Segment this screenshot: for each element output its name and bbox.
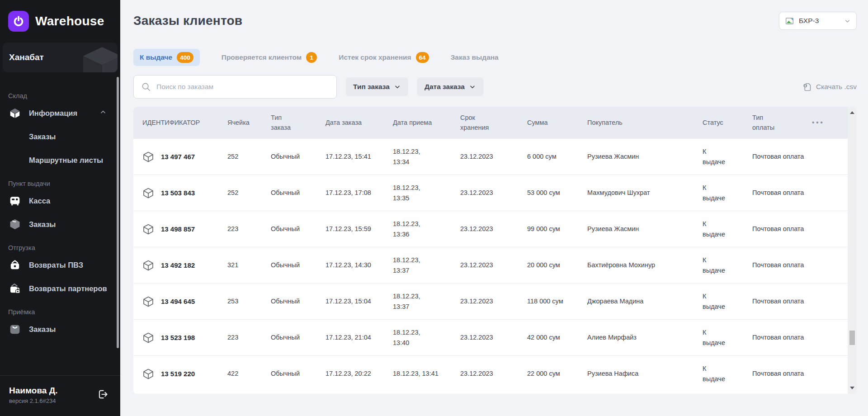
sidebar-item-label: Информация [29,109,77,118]
tab-badge: 400 [177,52,193,63]
col-accept-date: Дата приема [393,118,460,128]
return-box-icon [8,259,22,271]
logout-icon[interactable] [97,388,108,402]
table-scrollbar[interactable] [848,107,857,394]
order-id: 13 498 857 [161,224,195,234]
tab-checked-by-client[interactable]: Проверяется клиентом 1 [222,52,317,63]
buyer-name: Джораева Мадина [587,296,703,306]
cell-number: 422 [227,369,271,378]
parcel-cube-icon [142,260,154,271]
cube-icon [8,107,22,119]
sidebar-item-returns-pvz[interactable]: Возвраты ПВЗ [8,253,120,277]
order-date-filter[interactable]: Дата заказа [417,77,483,96]
sidebar-item-returns-partners[interactable]: Возвраты партнеров [8,277,120,300]
chevron-up-icon [99,109,107,118]
sidebar-subitem-route-sheets[interactable]: Маршрутные листы [8,148,120,172]
sidebar-subitem-label: Маршрутные листы [29,156,103,165]
table-row[interactable]: 13 497 467 252 Обычный 17.12.23, 15:41 1… [133,138,848,175]
payment-type: Почтовая оплата [752,332,812,342]
sidebar-subitem-orders[interactable]: Заказы [8,125,120,148]
table-row[interactable]: 13 523 198 223 Обычный 17.12.23, 21:04 1… [133,319,848,355]
buyer-name: Алиев Мирфайз [587,332,703,342]
cell-number: 252 [227,151,271,161]
col-buyer: Покупатель [587,118,703,128]
status-label: К выдаче [703,364,735,384]
order-sum: 20 000 сум [527,260,587,270]
storage-deadline: 23.12.2023 [460,296,527,306]
sidebar-item-pickup-orders[interactable]: Заказы [8,213,120,236]
app-version: версия 2.1.6#234 [9,397,57,404]
search-input[interactable] [156,83,329,91]
col-order-date: Дата заказа [326,118,393,128]
main-content: Заказы клиентов БХР-3 К выдаче 400 Прове… [120,0,868,416]
chevron-down-icon [394,83,401,90]
sidebar-item-information[interactable]: Информация [8,101,120,125]
scroll-down-arrow[interactable] [850,387,854,389]
parcel-cube-icon [142,223,154,235]
accept-date: 18.12.23, 13:34 [393,147,460,167]
scroll-up-arrow[interactable] [850,111,854,114]
accept-date: 18.12.23, 13:40 [393,327,460,348]
workspace-card[interactable]: Ханабат [3,43,118,72]
col-identifier: ИДЕНТИФИКАТОР [133,118,227,128]
order-sum: 99 000 сум [527,224,587,234]
parcel-cube-icon [142,332,154,344]
col-sum: Сумма [527,118,587,128]
order-sum: 53 000 сум [527,188,587,198]
order-type: Обычный [271,332,326,342]
table-row[interactable]: 13 519 220 422 Обычный 17.12.23, 20:22 1… [133,355,848,392]
payment-type: Почтовая оплата [752,151,812,161]
buyer-name: Рузиева Жасмин [587,151,703,161]
box-lock-icon [8,283,22,294]
col-order-type: Тип заказа [271,113,326,133]
order-type: Обычный [271,260,326,270]
chevron-down-icon [844,18,851,24]
tab-to-issue[interactable]: К выдаче 400 [133,49,200,66]
table-header-row: ИДЕНТИФИКАТОР Ячейка Тип заказа Дата зак… [133,107,848,138]
order-date: 17.12.23, 15:59 [326,224,393,234]
page-title: Заказы клиентов [133,14,242,28]
order-id: 13 497 467 [161,151,195,162]
order-type-filter[interactable]: Тип заказа [346,77,408,96]
storage-deadline: 23.12.2023 [460,332,527,342]
table-row[interactable]: 13 494 645 253 Обычный 17.12.23, 15:04 1… [133,283,848,319]
col-payment: Тип оплаты [752,113,812,133]
image-placeholder-icon [785,16,794,26]
order-date: 17.12.23, 15:04 [326,296,393,306]
cell-number: 321 [227,260,271,270]
status-label: К выдаче [703,147,735,167]
download-file-icon [802,82,812,92]
status-label: К выдаче [703,291,735,312]
sidebar-item-receiving-orders[interactable]: Заказы [8,317,120,341]
buyer-name: Махмудович Шухрат [587,188,703,198]
scroll-thumb[interactable] [849,331,855,345]
table-row[interactable]: 13 492 182 321 Обычный 17.12.23, 14:30 1… [133,247,848,283]
orders-table: ИДЕНТИФИКАТОР Ячейка Тип заказа Дата зак… [133,107,857,394]
order-type: Обычный [271,151,326,161]
sidebar-subitem-label: Заказы [29,132,56,141]
cell-number: 252 [227,188,271,198]
payment-type: Почтовая оплата [752,369,812,378]
status-tabs: К выдаче 400 Проверяется клиентом 1 Исте… [133,49,857,66]
download-csv-button[interactable]: Скачать .csv [802,82,857,92]
order-date: 17.12.23, 17:08 [326,188,393,198]
tab-order-issued[interactable]: Заказ выдана [451,53,499,61]
warehouse-box-art [80,44,118,72]
parcel-cube-icon [142,368,154,380]
table-row[interactable]: 13 503 843 252 Обычный 17.12.23, 17:08 1… [133,175,848,211]
sidebar-scrollbar[interactable] [117,77,119,348]
warehouse-select[interactable]: БХР-3 [779,12,857,30]
parcel-cube-icon [142,296,154,307]
column-menu-button[interactable]: ••• [812,117,848,128]
table-row[interactable]: 13 498 857 223 Обычный 17.12.23, 15:59 1… [133,211,848,247]
warehouse-select-value: БХР-3 [799,17,840,25]
buyer-name: Рузиева Нафиса [587,369,703,378]
section-label-sklad: Склад [8,92,120,99]
tab-storage-expired[interactable]: Истек срок хранения 64 [339,52,429,63]
sidebar-item-cashdesk[interactable]: Касса [8,189,120,213]
payment-type: Почтовая оплата [752,188,812,198]
order-date: 17.12.23, 15:41 [326,151,393,161]
sidebar-nav: Склад Информация Заказы Маршрутные листы… [0,72,120,341]
storage-deadline: 23.12.2023 [460,224,527,234]
filter-label: Тип заказа [353,83,390,91]
